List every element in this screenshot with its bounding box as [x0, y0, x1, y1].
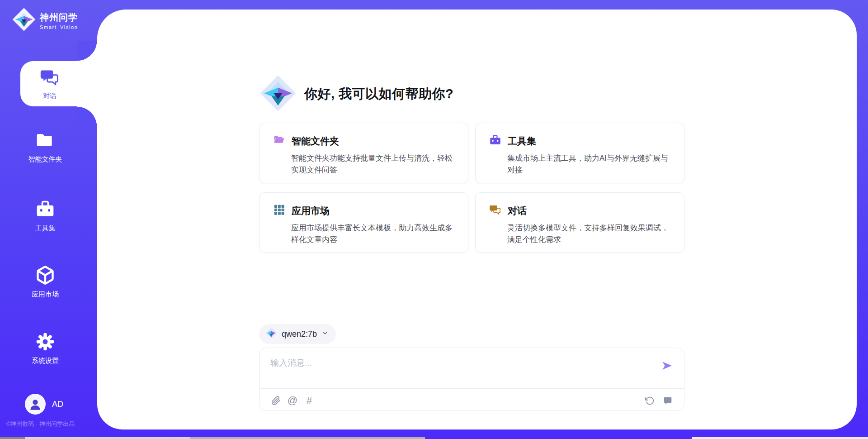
sidebar-item-label: 对话: [43, 92, 57, 100]
hash-icon[interactable]: #: [304, 395, 315, 406]
edge-segment: [692, 437, 868, 439]
app-name: 神州问学: [40, 11, 78, 24]
feature-cards: 智能文件夹 智能文件夹功能支持批量文件上传与清洗，轻松实现文件问答 工具集: [259, 123, 684, 253]
app-subtitle: Smart Vision: [40, 24, 78, 30]
card-description: 智能文件夹功能支持批量文件上传与清洗，轻松实现文件问答: [291, 153, 455, 177]
sidebar-item-toolset[interactable]: 工具集: [0, 199, 90, 233]
sidebar-item-label: 工具集: [35, 224, 56, 233]
main-panel: 你好, 我可以如何帮助你? 智能文件夹 智能文件夹功能支持批量文件上传与清洗，轻…: [97, 10, 857, 429]
gear-icon: [35, 332, 55, 353]
greeting-title: 你好, 我可以如何帮助你?: [304, 85, 453, 103]
card-smart-folder[interactable]: 智能文件夹 智能文件夹功能支持批量文件上传与清洗，轻松实现文件问答: [259, 123, 468, 183]
chat-icon: [40, 67, 60, 89]
folder-icon: [35, 130, 55, 152]
cube-icon: [35, 265, 55, 287]
model-diamond-icon: [265, 327, 277, 341]
composer-toolbar: @ #: [270, 392, 673, 409]
at-icon[interactable]: @: [287, 395, 298, 406]
card-description: 灵活切换多模型文件，支持多样回复效果调试，满足个性化需求: [507, 222, 671, 246]
user-initials: AD: [52, 400, 63, 409]
sidebar-item-settings[interactable]: 系统设置: [0, 332, 90, 365]
sidebar-item-label: 智能文件夹: [28, 155, 62, 164]
card-title: 应用市场: [292, 205, 330, 217]
history-icon[interactable]: [644, 395, 655, 406]
chat-bubble-icon[interactable]: [662, 395, 673, 406]
sidebar-item-chat[interactable]: 对话: [20, 61, 97, 106]
grid-icon: [273, 204, 285, 218]
toolbox-icon: [35, 199, 55, 221]
sidebar-item-label: 系统设置: [32, 357, 59, 365]
card-toolset[interactable]: 工具集 集成市场上主流工具，助力AI与外界无缝扩展与对接: [475, 123, 684, 183]
message-input[interactable]: [270, 355, 641, 371]
paperclip-icon[interactable]: [270, 395, 281, 406]
edge-segment: [190, 437, 425, 439]
greeting: 你好, 我可以如何帮助你?: [259, 74, 453, 114]
greeting-diamond-icon: [259, 74, 297, 114]
tab-fillet-bottom: [77, 106, 97, 127]
sidebar: 神州问学 Smart Vision 对话 智能文件夹: [0, 0, 97, 439]
card-title: 智能文件夹: [292, 135, 339, 148]
brand-diamond-icon: [12, 7, 36, 33]
card-description: 应用市场提供丰富长文本模板，助力高效生成多样化文章内容: [291, 222, 455, 246]
card-chat[interactable]: 对话 灵活切换多模型文件，支持多样回复效果调试，满足个性化需求: [475, 192, 684, 253]
folder-open-icon: [273, 134, 285, 148]
card-title: 对话: [508, 205, 527, 217]
card-title: 工具集: [508, 135, 536, 148]
avatar[interactable]: [25, 394, 46, 415]
chat-icon: [489, 204, 501, 218]
message-composer: @ #: [259, 348, 684, 411]
user-row: AD: [25, 394, 63, 415]
edge-segment: [25, 437, 190, 439]
card-app-market[interactable]: 应用市场 应用市场提供丰富长文本模板，助力高效生成多样化文章内容: [259, 192, 468, 253]
sidebar-item-label: 应用市场: [32, 290, 59, 299]
sidebar-footer: ©神州数码 · 神州问学出品: [6, 420, 75, 428]
composer-divider: [259, 388, 684, 389]
card-description: 集成市场上主流工具，助力AI与外界无缝扩展与对接: [507, 153, 671, 177]
edge-segment: [0, 437, 25, 439]
sidebar-item-app-market[interactable]: 应用市场: [0, 265, 90, 299]
chevron-down-icon: [321, 329, 329, 339]
tab-fillet-top: [77, 41, 97, 61]
model-selector[interactable]: qwen2:7b: [259, 324, 336, 344]
toolbox-icon: [489, 134, 501, 148]
model-name: qwen2:7b: [282, 329, 317, 339]
app-logo: 神州问学 Smart Vision: [12, 7, 78, 33]
sidebar-item-smart-folder[interactable]: 智能文件夹: [0, 130, 90, 164]
send-button[interactable]: [660, 360, 673, 372]
screen-edge-strip: [0, 437, 868, 439]
